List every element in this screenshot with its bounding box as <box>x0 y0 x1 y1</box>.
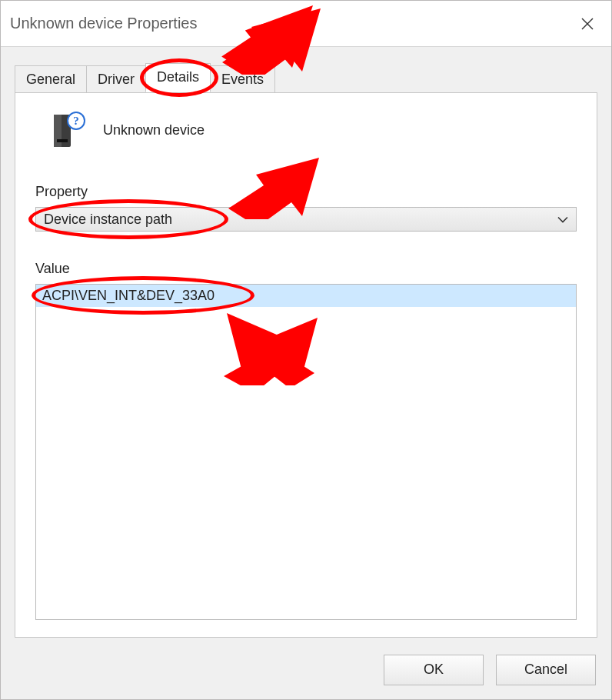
window-title: Unknown device Properties <box>10 15 197 32</box>
property-dropdown[interactable]: Device instance path <box>35 207 577 232</box>
tab-driver[interactable]: Driver <box>86 65 146 92</box>
chevron-down-icon <box>557 212 568 228</box>
tab-general[interactable]: General <box>15 65 87 92</box>
device-icon: ? <box>51 110 86 150</box>
value-row[interactable]: ACPI\VEN_INT&DEV_33A0 <box>36 285 576 307</box>
close-icon <box>580 17 594 31</box>
properties-dialog: Unknown device Properties General Driver… <box>0 0 612 700</box>
dialog-buttons: OK Cancel <box>384 655 596 685</box>
tab-strip: General Driver Details Events <box>15 65 274 92</box>
close-button[interactable] <box>564 1 611 47</box>
value-label: Value <box>35 261 70 277</box>
cancel-button[interactable]: Cancel <box>496 655 596 685</box>
device-label: Unknown device <box>103 122 205 138</box>
tab-details[interactable]: Details <box>145 63 211 92</box>
titlebar: Unknown device Properties <box>1 1 611 47</box>
svg-text:?: ? <box>73 115 79 127</box>
tab-events[interactable]: Events <box>210 65 275 92</box>
value-listbox[interactable]: ACPI\VEN_INT&DEV_33A0 <box>35 284 577 620</box>
svg-rect-4 <box>57 139 68 142</box>
device-header: ? Unknown device <box>51 110 205 150</box>
property-selected: Device instance path <box>44 212 172 228</box>
ok-button[interactable]: OK <box>384 655 484 685</box>
details-panel: ? Unknown device Property Device instanc… <box>15 92 597 638</box>
property-label: Property <box>35 184 88 200</box>
